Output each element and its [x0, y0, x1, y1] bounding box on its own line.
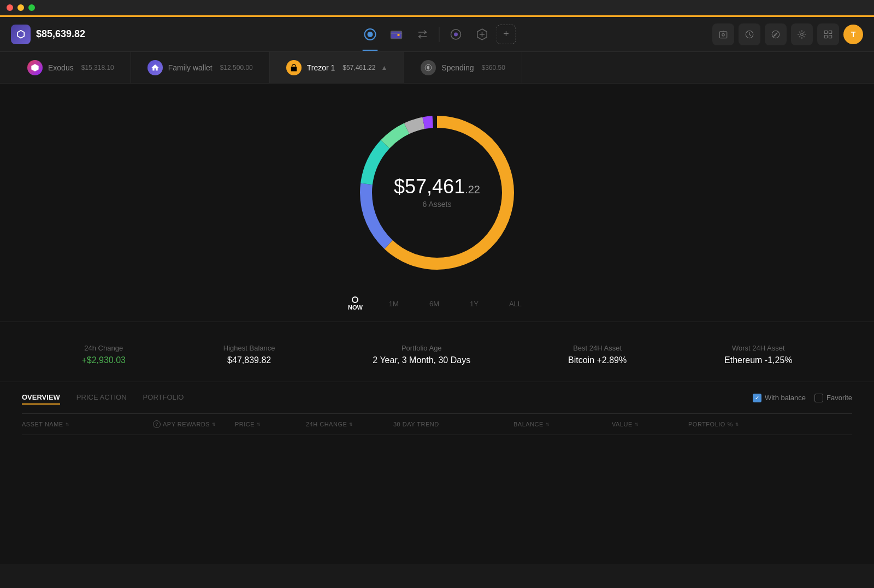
close-dot[interactable]	[7, 4, 13, 11]
spending-balance: $360.50	[481, 64, 505, 72]
trezor-icon	[286, 60, 302, 75]
svg-rect-11	[824, 31, 827, 33]
filter-right: ✓ With balance Favorite	[753, 394, 852, 402]
stat-best-value: Bitcoin +2.89%	[568, 355, 627, 365]
donut-cents: .22	[465, 183, 480, 195]
donut-amount: $57,461.22	[394, 177, 480, 197]
svg-point-1	[368, 32, 373, 37]
trezor-expand-icon[interactable]: ▲	[381, 64, 387, 72]
donut-amount-main: $57,461	[394, 175, 465, 198]
col-30day-trend: 30 DAY TREND	[393, 421, 513, 427]
wallet-tab-exodus[interactable]: Exodus $15,318.10	[11, 52, 131, 83]
svg-rect-13	[824, 35, 827, 38]
trezor-balance: $57,461.22	[342, 64, 375, 72]
time-now-btn[interactable]: NOW	[348, 296, 363, 311]
time-1y-btn[interactable]: 1Y	[465, 298, 483, 310]
filter-with-balance[interactable]: ✓ With balance	[753, 394, 806, 402]
time-1m-btn[interactable]: 1M	[385, 298, 403, 310]
tab-overview[interactable]: OVERVIEW	[22, 391, 60, 405]
navbar: ⬡ $85,639.82	[0, 17, 874, 52]
trezor-name: Trezor 1	[307, 63, 335, 72]
time-now-label: NOW	[348, 304, 363, 311]
stats-row: 24h Change +$2,930.03 Highest Balance $4…	[0, 328, 874, 382]
svg-rect-14	[829, 35, 832, 38]
balance-filter-label: With balance	[765, 394, 806, 402]
grid-view-btn[interactable]	[817, 23, 839, 45]
col-asset-sort: ⇅	[66, 422, 70, 427]
total-balance: $85,639.82	[36, 28, 85, 40]
wallet-nav-btn[interactable]	[385, 22, 409, 46]
col-apy-sort: ⇅	[212, 422, 216, 427]
svg-point-9	[772, 31, 779, 38]
browser-nav-btn[interactable]	[444, 22, 468, 46]
svg-rect-2	[391, 31, 402, 39]
stat-age-title: Portfolio Age	[373, 344, 470, 352]
app-logo[interactable]: ⬡	[11, 25, 31, 44]
time-6m-btn[interactable]: 6M	[425, 298, 444, 310]
col-balance[interactable]: BALANCE ⇅	[513, 421, 612, 427]
table-section: OVERVIEW PRICE ACTION PORTFOLIO ✓ With b…	[0, 382, 874, 435]
family-icon	[147, 60, 163, 75]
stat-highest-value: $47,839.82	[223, 355, 275, 365]
stat-highest-title: Highest Balance	[223, 344, 275, 352]
stat-24h-change-title: 24h Change	[81, 344, 126, 352]
stat-highest-balance: Highest Balance $47,839.82	[223, 344, 275, 365]
wallet-tab-spending[interactable]: Spending $360.50	[404, 52, 522, 83]
exodus-name: Exodus	[48, 63, 74, 72]
col-apy-rewards[interactable]: ? APY REWARDS ⇅	[153, 420, 235, 428]
favorite-checkbox-icon	[814, 394, 823, 402]
time-all-btn[interactable]: ALL	[505, 298, 526, 310]
logo-area: ⬡ $85,639.82	[11, 25, 85, 44]
add-hexagon-nav-btn[interactable]	[470, 22, 494, 46]
table-column-headers: ASSET NAME ⇅ ? APY REWARDS ⇅ PRICE ⇅ 24H…	[22, 414, 852, 435]
minimize-dot[interactable]	[17, 4, 24, 11]
wallet-tab-trezor[interactable]: Trezor 1 $57,461.22 ▲	[270, 52, 405, 83]
table-header-bar: OVERVIEW PRICE ACTION PORTFOLIO ✓ With b…	[22, 382, 852, 414]
col-portfolio-pct[interactable]: PORTFOLIO % ⇅	[688, 421, 765, 427]
stat-worst-asset: Worst 24H Asset Ethereum -1,25%	[724, 344, 793, 365]
col-balance-sort: ⇅	[546, 422, 550, 427]
col-24h-sort: ⇅	[349, 422, 353, 427]
main-content: $57,461.22 6 Assets NOW 1M 6M 1Y ALL 24h…	[0, 84, 874, 564]
spending-icon	[421, 60, 436, 75]
filter-favorite[interactable]: Favorite	[814, 394, 852, 402]
stat-worst-title: Worst 24H Asset	[724, 344, 793, 352]
maximize-dot[interactable]	[28, 4, 35, 11]
tab-price-action[interactable]: PRICE ACTION	[76, 391, 127, 405]
avatar-initial: T	[851, 30, 856, 39]
col-24h-change[interactable]: 24H CHANGE ⇅	[306, 421, 393, 427]
user-avatar[interactable]: T	[843, 25, 863, 44]
exodus-icon	[27, 60, 43, 75]
apy-help-icon[interactable]: ?	[153, 420, 161, 428]
svg-point-5	[454, 32, 458, 36]
col-value-sort: ⇅	[635, 422, 639, 427]
col-value[interactable]: VALUE ⇅	[612, 421, 688, 427]
time-selector: NOW 1M 6M 1Y ALL	[0, 296, 874, 322]
balance-checkbox-icon: ✓	[753, 394, 761, 402]
exodus-balance: $15,318.10	[81, 64, 114, 72]
favorite-filter-label: Favorite	[826, 394, 852, 402]
tab-portfolio[interactable]: PORTFOLIO	[143, 391, 184, 405]
stat-best-asset: Best 24H Asset Bitcoin +2.89%	[568, 344, 627, 365]
compass-btn[interactable]	[765, 23, 787, 45]
add-more-btn[interactable]: +	[497, 25, 516, 44]
vault-btn[interactable]	[712, 23, 734, 45]
history-btn[interactable]	[739, 23, 760, 45]
settings-btn[interactable]	[791, 23, 813, 45]
col-portfolio-sort: ⇅	[735, 422, 740, 427]
transfer-nav-btn[interactable]	[411, 22, 435, 46]
titlebar	[0, 0, 874, 15]
col-price-sort: ⇅	[257, 422, 261, 427]
nav-center-icons: +	[358, 22, 516, 46]
portfolio-nav-btn[interactable]	[358, 22, 382, 46]
svg-point-7	[722, 33, 725, 36]
col-asset-name[interactable]: ASSET NAME ⇅	[22, 421, 153, 427]
col-price[interactable]: PRICE ⇅	[235, 421, 306, 427]
stat-best-title: Best 24H Asset	[568, 344, 627, 352]
wallet-tab-family[interactable]: Family wallet $12,500.00	[131, 52, 270, 83]
donut-center-text: $57,461.22 6 Assets	[394, 177, 480, 209]
stat-age-value: 2 Year, 3 Month, 30 Days	[373, 355, 470, 365]
spending-name: Spending	[441, 63, 474, 72]
svg-rect-12	[829, 31, 832, 33]
svg-rect-6	[719, 31, 727, 38]
